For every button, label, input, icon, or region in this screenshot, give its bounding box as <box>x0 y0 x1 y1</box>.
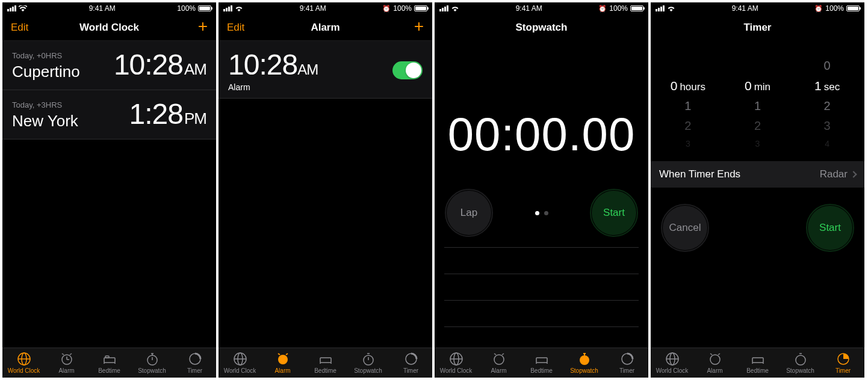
screen-timer: 9:41 AM ⏰100% Timer . 0hours 1 2 3 . 0mi… <box>651 2 864 378</box>
tab-alarm[interactable]: Alarm <box>261 352 304 374</box>
duration-picker[interactable]: . 0hours 1 2 3 . 0min 1 2 3 0 1sec 2 3 4 <box>651 41 864 149</box>
page-indicator[interactable] <box>535 211 548 215</box>
globe-icon <box>17 352 31 366</box>
stopwatch-icon <box>577 352 592 366</box>
bed-icon <box>102 352 117 366</box>
stopwatch-display: 00:00.00 <box>435 107 648 162</box>
globe-icon <box>665 352 680 366</box>
signal-icon <box>439 5 448 11</box>
statusbar-time: 9:41 AM <box>732 4 758 13</box>
battery-percent: 100% <box>609 4 628 13</box>
min-column[interactable]: . 0min 1 2 3 <box>723 59 793 149</box>
page-title: Stopwatch <box>479 22 604 34</box>
svg-line-47 <box>710 354 712 355</box>
tab-worldclock[interactable]: World Clock <box>2 352 45 374</box>
tab-bedtime[interactable]: Bedtime <box>520 352 563 374</box>
screen-alarm: 9:41 AM ⏰100% Edit Alarm + 10:28AM Alarm… <box>219 2 432 378</box>
alarm-row[interactable]: 10:28AM Alarm <box>219 41 432 99</box>
page-title: Timer <box>695 22 820 34</box>
start-button[interactable]: Start <box>592 191 636 235</box>
add-button[interactable]: + <box>198 17 208 35</box>
tab-bedtime[interactable]: Bedtime <box>304 352 347 374</box>
svg-line-6 <box>62 354 64 355</box>
battery-icon <box>414 5 427 11</box>
tab-bar: World Clock Alarm Bedtime Stopwatch Time… <box>435 348 648 378</box>
timer-icon <box>404 352 418 366</box>
navbar: Stopwatch <box>435 14 648 41</box>
tab-bar: World Clock Alarm Bedtime Stopwatch Time… <box>2 348 216 378</box>
statusbar-time: 9:41 AM <box>300 4 326 13</box>
tab-timer[interactable]: Timer <box>822 352 864 374</box>
tab-stopwatch[interactable]: Stopwatch <box>131 352 173 374</box>
sec-column[interactable]: 0 1sec 2 3 4 <box>792 59 862 149</box>
worldclock-row[interactable]: Today, +0HRS Cupertino 10:28AM <box>2 41 216 90</box>
tab-timer[interactable]: Timer <box>173 352 216 374</box>
alarm-status-icon: ⏰ <box>598 5 607 13</box>
status-bar: 9:41 AM ⏰100% <box>219 2 432 14</box>
signal-icon <box>656 5 665 11</box>
battery-icon <box>846 5 860 11</box>
wifi-icon <box>19 5 27 11</box>
hours-column[interactable]: . 0hours 1 2 3 <box>653 59 723 149</box>
cancel-button[interactable]: Cancel <box>663 206 707 250</box>
edit-button[interactable]: Edit <box>227 22 263 34</box>
lap-button[interactable]: Lap <box>447 191 491 235</box>
tab-alarm[interactable]: Alarm <box>693 352 736 374</box>
svg-line-7 <box>70 354 72 355</box>
battery-percent: 100% <box>393 4 412 13</box>
tab-alarm[interactable]: Alarm <box>477 352 520 374</box>
tab-alarm[interactable]: Alarm <box>45 352 88 374</box>
time-display: 10:28AM <box>114 48 206 81</box>
tab-bedtime[interactable]: Bedtime <box>736 352 779 374</box>
signal-icon <box>7 5 16 11</box>
tab-stopwatch[interactable]: Stopwatch <box>563 352 606 374</box>
timer-icon <box>188 352 202 366</box>
alarm-icon <box>708 352 722 366</box>
alarm-toggle[interactable] <box>392 61 423 79</box>
chevron-right-icon <box>850 171 857 177</box>
navbar: Edit Alarm + <box>219 14 432 41</box>
status-bar: 9:41 AM ⏰100% <box>651 2 864 14</box>
alarm-icon <box>276 352 290 366</box>
page-title: World Clock <box>47 22 172 34</box>
alarm-status-icon: ⏰ <box>814 5 823 13</box>
edit-button[interactable]: Edit <box>11 22 47 34</box>
globe-icon <box>233 352 247 366</box>
tab-stopwatch[interactable]: Stopwatch <box>779 352 822 374</box>
wifi-icon <box>451 5 459 11</box>
tab-worldclock[interactable]: World Clock <box>219 352 261 374</box>
tab-worldclock[interactable]: World Clock <box>651 352 693 374</box>
svg-rect-11 <box>105 356 109 358</box>
svg-line-22 <box>286 354 288 355</box>
svg-point-20 <box>278 355 288 364</box>
svg-point-52 <box>796 355 805 365</box>
stopwatch-icon <box>793 352 808 366</box>
tab-bar: World Clock Alarm Bedtime Stopwatch Time… <box>651 348 864 378</box>
worldclock-row[interactable]: Today, +3HRS New York 1:28PM <box>2 90 216 139</box>
city-label: New York <box>12 112 78 130</box>
add-button[interactable]: + <box>414 17 424 35</box>
bed-icon <box>318 352 333 366</box>
when-timer-ends-row[interactable]: When Timer Ends Radar <box>651 161 864 188</box>
navbar: Timer <box>651 14 864 41</box>
start-button[interactable]: Start <box>808 206 852 250</box>
status-bar: 9:41 AM 100% <box>2 2 216 14</box>
tab-worldclock[interactable]: World Clock <box>435 352 477 374</box>
svg-rect-49 <box>752 358 763 363</box>
svg-rect-23 <box>320 358 331 363</box>
tab-bedtime[interactable]: Bedtime <box>88 352 131 374</box>
city-label: Cupertino <box>12 63 80 81</box>
signal-icon <box>223 5 232 11</box>
stopwatch-icon <box>145 352 160 366</box>
svg-line-34 <box>494 354 496 355</box>
status-bar: 9:41 AM ⏰100% <box>435 2 648 14</box>
tab-stopwatch[interactable]: Stopwatch <box>347 352 389 374</box>
laps-list <box>435 247 648 348</box>
alarm-time: 10:28AM <box>228 48 318 81</box>
alarm-label: Alarm <box>228 82 318 92</box>
svg-line-48 <box>718 354 720 355</box>
tab-timer[interactable]: Timer <box>606 352 648 374</box>
alarm-status-icon: ⏰ <box>382 5 391 13</box>
tab-timer[interactable]: Timer <box>389 352 432 374</box>
svg-line-35 <box>502 354 504 355</box>
